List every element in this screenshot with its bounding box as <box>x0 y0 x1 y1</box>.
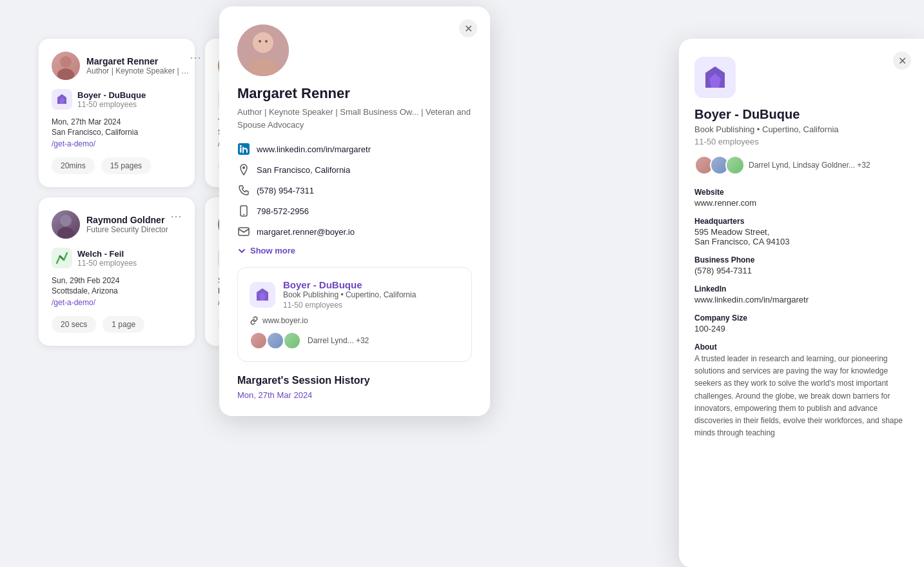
company-card-in-popup[interactable]: Boyer - DuBuque Book Publishing • Cupert… <box>237 267 472 362</box>
linkedin-icon <box>237 143 250 155</box>
svg-point-22 <box>259 40 261 43</box>
company-detail-panel: ✕ Boyer - DuBuque Book Publishing • Cupe… <box>679 39 924 567</box>
linkedin-label: LinkedIn <box>694 284 909 293</box>
company-logo-welch <box>52 248 72 268</box>
profile-title: Author | Keynote Speaker | Small Busines… <box>237 106 472 131</box>
detail-company-meta: Book Publishing • Cupertino, California <box>694 124 909 134</box>
phone-value: (578) 954-7311 <box>257 186 314 195</box>
avatars-label: Darrel Lynd... +32 <box>308 336 369 345</box>
email-row: margaret.renner@boyer.io <box>237 225 472 238</box>
svg-point-0 <box>60 56 72 68</box>
pages-badge: 15 pages <box>101 157 151 174</box>
company-size-label: Company Size <box>694 313 909 323</box>
website-value[interactable]: www.boyer.io <box>262 316 308 325</box>
company-size: 11-50 employees <box>77 100 146 109</box>
website-label: Website <box>694 188 909 197</box>
svg-point-29 <box>243 214 244 215</box>
company-size-value: 100-249 <box>694 324 909 333</box>
person-name: Margaret Renner <box>86 56 190 66</box>
profile-avatar <box>237 25 289 76</box>
more-options-button[interactable]: ⋯ <box>190 52 201 63</box>
company-popup-name[interactable]: Boyer - DuBuque <box>283 279 416 290</box>
location-icon <box>237 163 250 176</box>
detail-avatars-row: Darrel Lynd, Lindsay Goldner... +32 <box>694 155 909 175</box>
visitor-card-margaret[interactable]: Margaret Renner Author | Keynote Speaker… <box>39 39 195 187</box>
mini-avatar-1 <box>250 332 268 350</box>
business-phone-field: Business Phone (578) 954-7311 <box>694 255 909 275</box>
link-icon <box>250 316 259 325</box>
person-name: Raymond Goldner <box>86 215 168 225</box>
svg-point-21 <box>254 34 272 52</box>
pages-badge: 1 page <box>103 316 144 333</box>
company-logo-boyer <box>52 89 72 110</box>
session-history-title: Margaret's Session History <box>237 375 472 386</box>
mobile-value: 798-572-2956 <box>257 206 309 216</box>
person-title: Future Security Director <box>86 225 168 234</box>
visit-date: Mon, 27th Mar 2024 <box>52 117 182 126</box>
company-popup-size: 11-50 employees <box>283 301 416 310</box>
visit-url[interactable]: /get-a-demo/ <box>52 298 182 307</box>
about-field: About A trusted leader in research and l… <box>694 343 909 439</box>
company-row: Boyer - DuBuque 11-50 employees <box>52 89 182 110</box>
company-avatars-row: Darrel Lynd... +32 <box>250 332 460 350</box>
company-website-row: www.boyer.io <box>250 316 460 325</box>
business-phone-label: Business Phone <box>694 255 909 264</box>
person-title: Author | Keynote Speaker | Sm... <box>86 66 190 75</box>
more-options-button[interactable]: ⋯ <box>170 210 182 222</box>
avatar-raymond <box>52 210 80 239</box>
detail-avatar-3 <box>725 155 745 175</box>
business-phone-value: (578) 954-7311 <box>694 266 909 275</box>
svg-point-23 <box>265 40 268 43</box>
visit-location: Scottsdale, Arizona <box>52 286 182 295</box>
detail-company-logo <box>694 57 736 98</box>
linkedin-value[interactable]: www.linkedin.com/in/margaretr <box>694 295 909 304</box>
visitor-card-raymond[interactable]: Raymond Goldner Future Security Director… <box>39 197 195 346</box>
profile-name: Margaret Renner <box>237 85 472 102</box>
detail-close-button[interactable]: ✕ <box>893 52 911 70</box>
time-badge: 20 secs <box>52 316 96 333</box>
card-person-info: Raymond Goldner Future Security Director <box>52 210 168 239</box>
mobile-row: 798-572-2956 <box>237 204 472 217</box>
company-size: 11-50 employees <box>77 259 137 268</box>
email-value[interactable]: margaret.renner@boyer.io <box>257 227 355 237</box>
headquarters-field: Headquarters 595 Meadow Street, San Fran… <box>694 217 909 246</box>
svg-point-26 <box>240 145 242 147</box>
svg-point-1 <box>57 68 74 80</box>
website-value[interactable]: www.renner.com <box>694 198 909 208</box>
detail-avatars-label: Darrel Lynd, Lindsay Goldner... +32 <box>749 161 870 170</box>
visit-url[interactable]: /get-a-demo/ <box>52 139 182 148</box>
show-more-label: Show more <box>250 246 295 255</box>
phone-icon <box>237 184 250 197</box>
svg-point-7 <box>57 227 74 239</box>
show-more-button[interactable]: Show more <box>237 246 295 255</box>
linkedin-value[interactable]: www.linkedin.com/in/margaretr <box>257 144 371 154</box>
svg-line-10 <box>64 253 67 260</box>
avatar-margaret <box>52 52 80 80</box>
phone-row: (578) 954-7311 <box>237 184 472 197</box>
visit-location: San Francisco, California <box>52 128 182 137</box>
profile-popup: ✕ Margaret Renner Author | Keynote Speak… <box>219 6 490 416</box>
company-size-field: Company Size 100-249 <box>694 313 909 333</box>
location-value: San Francisco, California <box>257 165 350 175</box>
time-badge: 20mins <box>52 157 95 174</box>
website-field: Website www.renner.com <box>694 188 909 208</box>
svg-point-27 <box>242 166 245 169</box>
headquarters-value: 595 Meadow Street, San Francisco, CA 941… <box>694 227 909 246</box>
session-date: Mon, 27th Mar 2024 <box>237 390 312 400</box>
svg-line-8 <box>57 256 60 263</box>
company-name: Welch - Feil <box>77 249 137 259</box>
about-label: About <box>694 343 909 352</box>
card-person-info: Margaret Renner Author | Keynote Speaker… <box>52 52 190 80</box>
company-name: Boyer - DuBuque <box>77 90 146 100</box>
close-button[interactable]: ✕ <box>459 19 477 37</box>
company-popup-meta: Book Publishing • Cupertino, California <box>283 290 416 299</box>
company-popup-logo <box>250 282 275 308</box>
svg-rect-30 <box>239 228 249 235</box>
linkedin-field: LinkedIn www.linkedin.com/in/margaretr <box>694 284 909 304</box>
detail-company-name: Boyer - DuBuque <box>694 107 909 122</box>
detail-company-size: 11-50 employees <box>694 137 909 146</box>
mobile-icon <box>237 204 250 217</box>
mini-avatar-3 <box>283 332 301 350</box>
email-icon <box>237 225 250 238</box>
chevron-down-icon <box>237 246 246 255</box>
